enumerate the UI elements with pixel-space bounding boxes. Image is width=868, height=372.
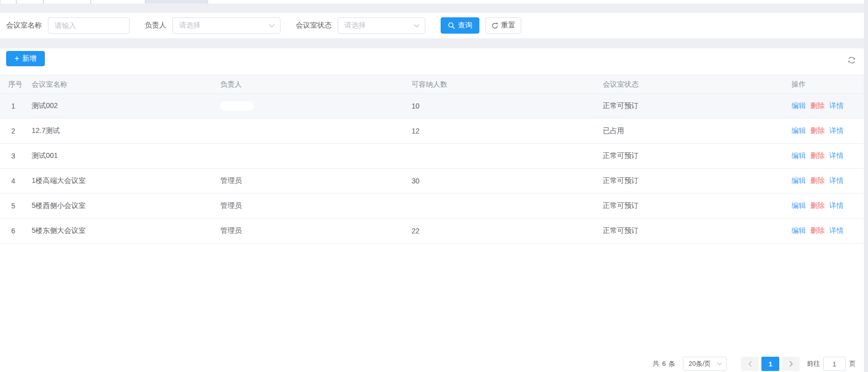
page-unit-label: 页 [849,359,856,368]
delete-link[interactable]: 删除 [810,151,825,160]
meeting-room-table: 序号 会议室名称 负责人 可容纳人数 会议室状态 操作 1测试00210正常可预… [0,75,864,244]
cell-room-name: 5楼东侧大会议室 [25,219,214,244]
cell-owner [214,144,405,169]
detail-link[interactable]: 详情 [829,201,844,209]
cell-actions: 编辑删除详情 [785,219,864,244]
owner-select-placeholder: 请选择 [179,21,200,30]
page-size-select[interactable]: 20条/页 [683,357,727,371]
table-row: 212.7测试12已占用编辑删除详情 [0,119,864,144]
top-tab[interactable] [0,0,16,4]
cell-status: 正常可预订 [597,194,785,219]
cell-actions: 编辑删除详情 [785,119,864,144]
cell-actions: 编辑删除详情 [785,169,864,194]
plus-icon: + [14,55,19,63]
cell-status: 正常可预订 [597,144,785,169]
cell-status: 正常可预订 [597,219,785,244]
refresh-icon [847,56,856,65]
goto-page-input[interactable] [823,357,846,371]
status-label: 会议室状态 [296,21,331,30]
redacted-owner [220,101,254,111]
cell-index: 2 [0,119,25,144]
edit-link[interactable]: 编辑 [792,176,806,184]
owner-label: 负责人 [145,21,166,30]
table-row: 65楼东侧大会议室管理员22正常可预订编辑删除详情 [0,219,864,244]
page-number-button[interactable]: 1 [761,357,779,371]
cell-owner [214,119,405,144]
cell-capacity [405,194,597,219]
refresh-button[interactable] [847,55,857,65]
add-button-label: 新增 [22,54,37,63]
cell-index: 3 [0,144,25,169]
cell-status: 正常可预订 [597,94,785,119]
chevron-right-icon [789,361,793,367]
filter-panel: 会议室名称 负责人 请选择 会议室状态 请选择 查询 [0,13,864,38]
page-content: 会议室名称 负责人 请选择 会议室状态 请选择 查询 [0,0,864,372]
top-tab[interactable] [16,0,43,4]
page-size-value: 20条/页 [688,359,711,368]
owner-select[interactable]: 请选择 [172,17,280,34]
room-name-input[interactable] [48,17,130,34]
col-header-room-name: 会议室名称 [25,75,214,94]
main-panel: + 新增 序号 会议室名称 负责人 [0,48,864,372]
search-button[interactable]: 查询 [441,17,479,34]
delete-link[interactable]: 删除 [810,226,825,234]
col-header-index: 序号 [0,75,25,94]
col-header-actions: 操作 [785,75,864,94]
table-row: 55楼西侧小会议室管理员正常可预订编辑删除详情 [0,194,864,219]
col-header-capacity: 可容纳人数 [405,75,597,94]
cell-owner: 管理员 [214,194,405,219]
delete-link[interactable]: 删除 [810,176,825,184]
cell-capacity: 10 [405,94,597,119]
detail-link[interactable]: 详情 [829,101,844,110]
page-gap [0,38,864,48]
edit-link[interactable]: 编辑 [792,151,806,160]
cell-index: 5 [0,194,25,219]
cell-owner: 管理员 [214,169,405,194]
cell-room-name: 测试002 [25,94,214,119]
page-scrollbar[interactable] [864,0,868,372]
add-button[interactable]: + 新增 [6,51,45,66]
prev-page-button[interactable] [741,357,759,371]
col-header-owner: 负责人 [214,75,405,94]
cell-owner: 管理员 [214,219,405,244]
detail-link[interactable]: 详情 [829,151,844,160]
delete-link[interactable]: 删除 [810,201,825,209]
reset-button[interactable]: 重置 [486,17,521,34]
cell-actions: 编辑删除详情 [785,144,864,169]
edit-link[interactable]: 编辑 [792,126,806,135]
goto-label: 前往 [807,359,820,368]
top-tab[interactable] [43,0,91,4]
detail-link[interactable]: 详情 [829,226,844,234]
chevron-down-icon [717,362,722,365]
table-row: 41楼高端大会议室管理员30正常可预订编辑删除详情 [0,169,864,194]
edit-link[interactable]: 编辑 [792,201,806,209]
table-row: 1测试00210正常可预订编辑删除详情 [0,94,864,119]
top-tab-active[interactable] [145,0,208,4]
table-header-row: 序号 会议室名称 负责人 可容纳人数 会议室状态 操作 [0,75,864,94]
edit-link[interactable]: 编辑 [792,226,806,234]
table-row: 3测试001正常可预订编辑删除详情 [0,144,864,169]
cell-status: 正常可预订 [597,169,785,194]
refresh-left-icon [492,22,498,29]
delete-link[interactable]: 删除 [810,101,825,110]
total-count-text: 共 6 条 [653,359,676,368]
detail-link[interactable]: 详情 [829,126,844,135]
edit-link[interactable]: 编辑 [792,101,806,110]
room-name-label: 会议室名称 [6,21,42,30]
col-header-status: 会议室状态 [597,75,785,94]
detail-link[interactable]: 详情 [829,176,844,184]
filter-room-name: 会议室名称 [6,17,130,34]
cell-index: 4 [0,169,25,194]
cell-actions: 编辑删除详情 [785,194,864,219]
status-select[interactable]: 请选择 [338,17,425,34]
pagination-bar: 共 6 条 20条/页 1 前往 页 [653,357,856,371]
delete-link[interactable]: 删除 [810,126,825,135]
cell-room-name: 5楼西侧小会议室 [25,194,214,219]
search-icon [448,22,455,29]
cell-room-name: 测试001 [25,144,214,169]
top-tab[interactable] [91,0,145,4]
next-page-button[interactable] [782,357,800,371]
chevron-left-icon [748,361,752,367]
top-tabs-strip [0,0,864,4]
cell-index: 1 [0,94,25,119]
